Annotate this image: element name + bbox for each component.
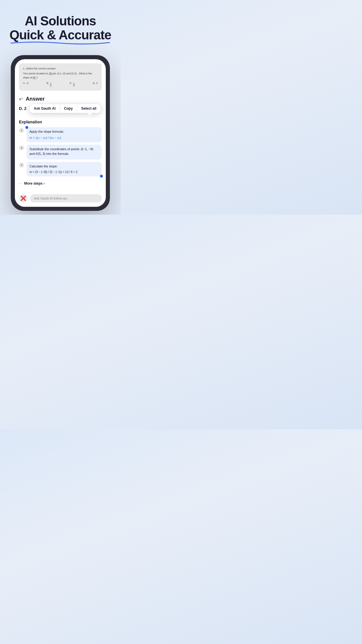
step-1-text: Apply the slope formula: <box>29 130 99 134</box>
question-text: Two points located on J͢K͢ are J(-1,-9) … <box>23 72 98 80</box>
step-3: 3 Calculate the slope: m = (3 − (−9)) / … <box>19 162 102 176</box>
question-options: A. -2 B. 12 C. 12 D. 2 <box>23 81 98 87</box>
step-1-formula: m = (y₂ − y₁) / (x₂ − x₁) <box>29 135 99 140</box>
explanation-title: Explanation <box>19 120 102 124</box>
step-3-formula: m = (3 − (−9)) / (5 − (−1)) = 12 / 6 = 2 <box>29 170 99 174</box>
explanation-section: Explanation 1 Apply the slope formula: m… <box>15 118 106 191</box>
follow-up-input[interactable]: Ask Gauth AI follow-up... <box>30 194 102 202</box>
context-menu: Ask Gauth AI Copy Select all <box>29 104 101 113</box>
copy-button[interactable]: Copy <box>60 104 77 113</box>
context-menu-wrapper: Ask Gauth AI Copy Select all <box>29 104 101 113</box>
hero-line2: Quick & Accurate <box>9 28 111 42</box>
phone-mockup: 1. Select the correct answer. Two points… <box>11 55 110 211</box>
step-2-number: 2 <box>19 145 24 150</box>
answer-icon: ≡⁺ <box>19 97 23 102</box>
gauth-logo <box>19 194 28 203</box>
option-a: A. -2 <box>23 81 29 87</box>
phone-screen: 1. Select the correct answer. Two points… <box>15 59 106 207</box>
more-steps[interactable]: ··· More steps › <box>19 179 102 188</box>
step-2-content: Substitute the coordinates of points J(−… <box>27 145 102 160</box>
step-1-dot <box>25 126 28 129</box>
more-steps-icon: ··· <box>19 181 22 186</box>
question-number: 1. Select the correct answer. <box>23 67 98 71</box>
step-3-dot-end <box>100 175 103 178</box>
hero-section: AI Solutions Quick & Accurate <box>0 0 121 49</box>
step-1-number: 1 <box>19 128 24 133</box>
hero-line1: AI Solutions <box>25 14 96 28</box>
bottom-bar: Ask Gauth AI follow-up... <box>15 191 106 207</box>
answer-header: ≡⁺ Answer <box>19 96 102 102</box>
answer-section: ≡⁺ Answer D. 2 Ask Gauth AI Copy Select … <box>15 93 106 118</box>
step-1: 1 Apply the slope formula: m = (y₂ − y₁)… <box>19 127 102 142</box>
option-d: D. 2 <box>93 81 98 87</box>
answer-value: D. 2 <box>19 106 27 111</box>
step-2-text: Substitute the coordinates of points J(−… <box>29 147 99 156</box>
option-b: B. 12 <box>47 81 52 87</box>
step-1-content: Apply the slope formula: m = (y₂ − y₁) /… <box>27 127 102 142</box>
step-3-content: Calculate the slope: m = (3 − (−9)) / (5… <box>27 162 102 176</box>
ask-gauth-button[interactable]: Ask Gauth AI <box>30 104 60 113</box>
hero-title: AI Solutions Quick & Accurate <box>7 14 114 42</box>
more-steps-text: More steps › <box>24 181 45 186</box>
option-c: C. 12 <box>70 81 75 87</box>
step-3-number: 3 <box>19 162 24 168</box>
phone-wrapper: 1. Select the correct answer. Two points… <box>0 49 121 211</box>
answer-row: D. 2 Ask Gauth AI Copy Select all <box>19 104 102 113</box>
step-2: 2 Substitute the coordinates of points J… <box>19 145 102 160</box>
question-card: 1. Select the correct answer. Two points… <box>19 63 102 91</box>
answer-label: Answer <box>26 96 45 102</box>
step-3-text: Calculate the slope: <box>29 164 99 169</box>
select-all-button[interactable]: Select all <box>77 104 101 113</box>
